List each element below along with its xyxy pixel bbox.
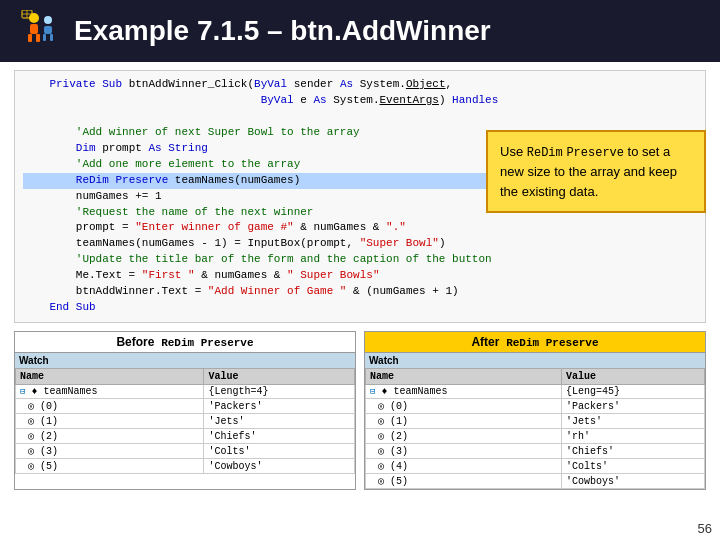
after-row-1-name: ◎ (0) bbox=[366, 399, 562, 414]
code-line-10: prompt = "Enter winner of game #" & numG… bbox=[23, 220, 697, 236]
slide-header: Example 7.1.5 – btn.AddWinner bbox=[0, 0, 720, 62]
before-col-name: Name bbox=[16, 369, 204, 385]
code-line-1: Private Sub btnAddWinner_Click(ByVal sen… bbox=[23, 77, 697, 93]
before-row-2-name: ◎ (1) bbox=[16, 414, 204, 429]
table-row: ◎ (4) 'Colts' bbox=[366, 459, 705, 474]
code-line-14: btnAddWinner.Text = "Add Winner of Game … bbox=[23, 284, 697, 300]
tooltip-text: Use ReDim Preserve to set a new size to … bbox=[500, 144, 677, 199]
before-row-5-value: 'Cowboys' bbox=[204, 459, 355, 474]
svg-rect-0 bbox=[20, 10, 62, 52]
code-line-11: teamNames(numGames - 1) = InputBox(promp… bbox=[23, 236, 697, 252]
table-row: ⊟ ♦ teamNames {Length=4} bbox=[16, 385, 355, 399]
before-row-3-name: ◎ (2) bbox=[16, 429, 204, 444]
page-number: 56 bbox=[698, 521, 712, 536]
after-row-4-name: ◎ (3) bbox=[366, 444, 562, 459]
before-row-0-name: ⊟ ♦ teamNames bbox=[16, 385, 204, 399]
table-row: ◎ (1) 'Jets' bbox=[366, 414, 705, 429]
after-col-value: Value bbox=[562, 369, 705, 385]
table-row: ◎ (5) 'Cowboys' bbox=[366, 474, 705, 489]
slide-content: Private Sub btnAddWinner_Click(ByVal sen… bbox=[0, 62, 720, 498]
after-row-2-value: 'Jets' bbox=[562, 414, 705, 429]
before-row-2-value: 'Jets' bbox=[204, 414, 355, 429]
tooltip-code1: ReDim bbox=[527, 146, 563, 160]
after-row-6-name: ◎ (5) bbox=[366, 474, 562, 489]
before-col-value: Value bbox=[204, 369, 355, 385]
before-panel: Before ReDim Preserve Watch Name Value ⊟… bbox=[14, 331, 356, 490]
code-line-15: End Sub bbox=[23, 300, 697, 316]
before-row-1-name: ◎ (0) bbox=[16, 399, 204, 414]
after-row-0-value: {Leng=45} bbox=[562, 385, 705, 399]
before-watch-table: Name Value ⊟ ♦ teamNames {Length=4} ◎ (0… bbox=[15, 368, 355, 474]
code-line-12: 'Update the title bar of the form and th… bbox=[23, 252, 697, 268]
before-row-0-value: {Length=4} bbox=[204, 385, 355, 399]
code-line-13: Me.Text = "First " & numGames & " Super … bbox=[23, 268, 697, 284]
svg-rect-2 bbox=[30, 24, 38, 34]
before-watch-title: Watch bbox=[15, 353, 355, 368]
code-line-2: ByVal e As System.EventArgs) Handles bbox=[23, 93, 697, 109]
slide-icon bbox=[20, 10, 62, 52]
after-row-2-name: ◎ (1) bbox=[366, 414, 562, 429]
after-row-3-value: 'rh' bbox=[562, 429, 705, 444]
table-row: ◎ (0) 'Packers' bbox=[366, 399, 705, 414]
after-panel: After ReDim Preserve Watch Name Value ⊟ … bbox=[364, 331, 706, 490]
before-row-1-value: 'Packers' bbox=[204, 399, 355, 414]
before-row-3-value: 'Chiefs' bbox=[204, 429, 355, 444]
bottom-panels: Before ReDim Preserve Watch Name Value ⊟… bbox=[14, 331, 706, 490]
svg-rect-3 bbox=[28, 34, 32, 42]
svg-rect-7 bbox=[43, 34, 46, 41]
before-row-4-value: 'Colts' bbox=[204, 444, 355, 459]
after-row-3-name: ◎ (2) bbox=[366, 429, 562, 444]
table-row: ◎ (1) 'Jets' bbox=[16, 414, 355, 429]
after-row-1-value: 'Packers' bbox=[562, 399, 705, 414]
table-row: ◎ (2) 'Chiefs' bbox=[16, 429, 355, 444]
svg-point-5 bbox=[44, 16, 52, 24]
slide-title: Example 7.1.5 – btn.AddWinner bbox=[74, 15, 491, 47]
after-watch-table: Name Value ⊟ ♦ teamNames {Leng=45} ◎ (0)… bbox=[365, 368, 705, 489]
after-row-4-value: 'Chiefs' bbox=[562, 444, 705, 459]
table-row: ◎ (5) 'Cowboys' bbox=[16, 459, 355, 474]
after-row-5-name: ◎ (4) bbox=[366, 459, 562, 474]
table-row: ◎ (0) 'Packers' bbox=[16, 399, 355, 414]
after-col-name: Name bbox=[366, 369, 562, 385]
after-watch-title: Watch bbox=[365, 353, 705, 368]
svg-rect-6 bbox=[44, 26, 52, 34]
before-row-5-name: ◎ (5) bbox=[16, 459, 204, 474]
after-row-6-value: 'Cowboys' bbox=[562, 474, 705, 489]
tooltip-box: Use ReDim Preserve to set a new size to … bbox=[486, 130, 706, 213]
svg-rect-8 bbox=[50, 34, 53, 41]
after-panel-label: After ReDim Preserve bbox=[365, 332, 705, 353]
after-label-code: ReDim Preserve bbox=[506, 337, 598, 349]
before-row-4-name: ◎ (3) bbox=[16, 444, 204, 459]
table-row: ◎ (3) 'Colts' bbox=[16, 444, 355, 459]
before-label-code: ReDim Preserve bbox=[161, 337, 253, 349]
code-line-3 bbox=[23, 109, 697, 125]
after-row-0-name: ⊟ ♦ teamNames bbox=[366, 385, 562, 399]
tooltip-code2: Preserve bbox=[566, 146, 624, 160]
table-row: ◎ (3) 'Chiefs' bbox=[366, 444, 705, 459]
before-panel-label: Before ReDim Preserve bbox=[15, 332, 355, 353]
svg-rect-4 bbox=[36, 34, 40, 42]
table-row: ⊟ ♦ teamNames {Leng=45} bbox=[366, 385, 705, 399]
after-row-5-value: 'Colts' bbox=[562, 459, 705, 474]
table-row: ◎ (2) 'rh' bbox=[366, 429, 705, 444]
